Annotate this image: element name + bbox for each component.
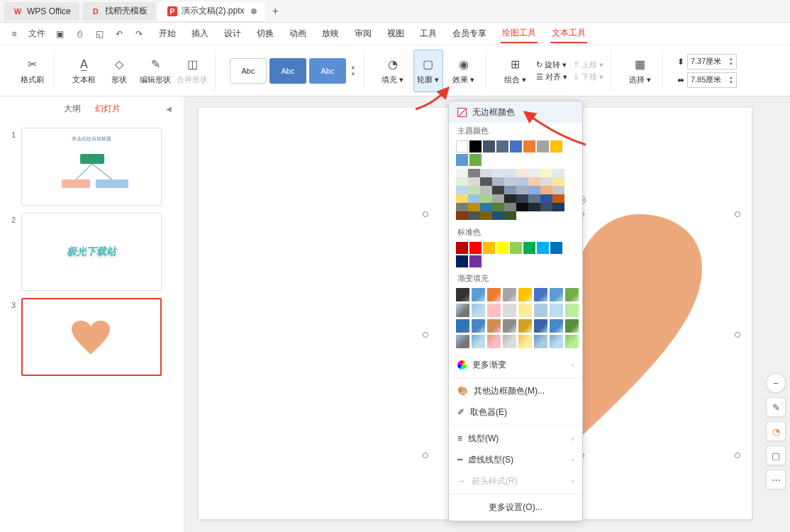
color-swatch[interactable] [504,203,516,211]
color-swatch[interactable] [516,203,528,211]
color-swatch[interactable] [540,169,552,177]
color-swatch[interactable] [492,194,504,203]
color-swatch[interactable] [510,242,522,254]
gradient-swatch[interactable] [503,319,516,333]
color-swatch[interactable] [469,140,482,153]
color-swatch[interactable] [523,242,535,254]
color-swatch[interactable] [552,194,564,203]
gradient-swatch[interactable] [518,288,532,301]
gradient-swatch[interactable] [565,335,579,348]
gallery-down-icon[interactable]: ▼ [350,71,356,77]
textbox-button[interactable]: A̲文本框 [69,50,99,92]
color-swatch[interactable] [483,242,495,254]
slide-thumbnail-selected[interactable] [21,298,162,376]
fill-tool-button[interactable]: ◔ [766,421,786,441]
slide-thumbnail[interactable]: 极光下载站 [21,213,162,291]
color-swatch[interactable] [469,255,482,267]
preview-icon[interactable]: ◱ [94,28,105,40]
file-menu[interactable]: 文件 [28,28,45,40]
color-swatch[interactable] [480,186,492,194]
resize-handle[interactable] [423,453,428,458]
fill-button[interactable]: ◔填充 ▾ [378,50,408,92]
gradient-swatch[interactable] [534,304,547,317]
format-painter-button[interactable]: ✂格式刷 [17,50,47,92]
menu-icon[interactable]: ≡ [9,28,20,40]
color-swatch[interactable] [528,203,540,211]
color-swatch[interactable] [468,211,480,220]
color-swatch[interactable] [456,169,468,177]
layout-tool-button[interactable]: ▢ [766,445,786,465]
color-swatch[interactable] [456,140,468,153]
spin-up-icon[interactable]: ▲ [729,75,733,80]
menu-drawing-tools[interactable]: 绘图工具 [501,24,538,43]
gradient-swatch[interactable] [472,304,485,317]
gradient-swatch[interactable] [503,304,516,317]
color-swatch[interactable] [456,186,468,194]
menu-design[interactable]: 设计 [223,25,243,43]
height-input[interactable]: 7.37厘米▲▼ [687,54,737,70]
menu-vip[interactable]: 会员专享 [451,25,488,43]
resize-handle[interactable] [735,211,740,217]
resize-handle[interactable] [423,332,428,338]
gradient-swatch[interactable] [456,288,469,301]
shape-style-gallery[interactable]: Abc Abc Abc ▲▼ [230,58,356,84]
color-swatch[interactable] [504,186,516,194]
collapse-panel-icon[interactable]: ◀ [166,105,172,113]
style-preset[interactable]: Abc [230,58,267,84]
color-swatch[interactable] [528,177,540,186]
gradient-swatch[interactable] [456,335,469,348]
more-settings-option[interactable]: 更多设置(O)... [449,497,582,518]
color-swatch[interactable] [504,211,516,220]
color-swatch[interactable] [528,169,540,177]
resize-handle[interactable] [423,211,428,217]
gradient-swatch[interactable] [550,304,563,317]
gradient-swatch[interactable] [518,304,532,317]
color-swatch[interactable] [456,242,468,254]
color-swatch[interactable] [540,186,552,194]
color-swatch[interactable] [528,194,540,203]
color-swatch[interactable] [552,177,564,186]
color-swatch[interactable] [456,255,468,267]
tab-current-file[interactable]: P演示文稿(2).pptx [159,2,266,21]
gradient-swatch[interactable] [534,335,547,348]
gradient-swatch[interactable] [456,304,469,317]
color-swatch[interactable] [552,186,564,194]
gradient-swatch[interactable] [487,304,501,317]
color-swatch[interactable] [496,140,508,153]
align-button[interactable]: ☰对齐 ▾ [536,72,567,82]
tab-wps-home[interactable]: WWPS Office [4,2,79,21]
menu-text-tools[interactable]: 文本工具 [550,24,587,43]
gradient-swatch[interactable] [550,319,563,333]
resize-handle[interactable] [735,332,740,338]
color-swatch[interactable] [480,211,492,220]
gradient-swatch[interactable] [487,335,501,348]
color-swatch[interactable] [469,242,482,254]
slide-thumbnail[interactable]: 单击此处添加标题 [21,128,162,206]
color-swatch[interactable] [528,186,540,194]
color-swatch[interactable] [456,154,468,166]
style-preset[interactable]: Abc [309,58,346,84]
gradient-swatch[interactable] [534,319,547,333]
gradient-swatch[interactable] [518,335,532,348]
dash-style-option[interactable]: ┅虚线线型(S)› [449,449,582,470]
gradient-swatch[interactable] [565,319,579,333]
color-swatch[interactable] [504,194,516,203]
outline-tab[interactable]: 大纲 [64,103,81,115]
gradient-swatch[interactable] [534,288,547,301]
color-swatch[interactable] [456,211,468,220]
color-swatch[interactable] [537,242,549,254]
color-swatch[interactable] [468,186,480,194]
color-swatch[interactable] [468,203,480,211]
color-swatch[interactable] [492,169,504,177]
color-swatch[interactable] [492,211,504,220]
color-swatch[interactable] [456,194,468,203]
more-colors-option[interactable]: 🎨其他边框颜色(M)... [449,380,582,401]
color-swatch[interactable] [468,177,480,186]
gradient-swatch[interactable] [487,288,501,301]
color-swatch[interactable] [504,177,516,186]
color-swatch[interactable] [516,169,528,177]
color-swatch[interactable] [483,140,495,153]
gradient-swatch[interactable] [472,319,485,333]
menu-review[interactable]: 审阅 [353,25,373,43]
color-swatch[interactable] [468,194,480,203]
